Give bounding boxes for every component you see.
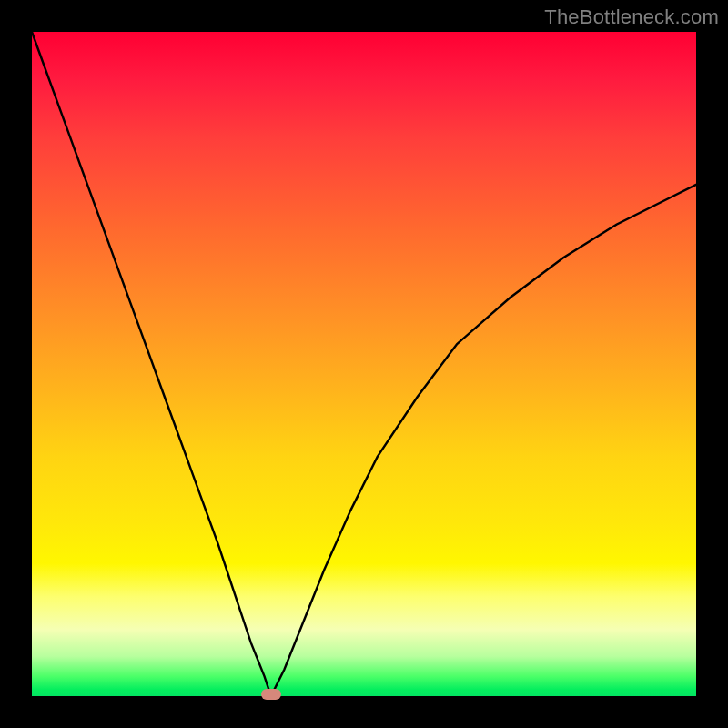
plot-area xyxy=(32,32,696,696)
chart-frame: TheBottleneck.com xyxy=(0,0,728,728)
watermark-text: TheBottleneck.com xyxy=(544,5,719,29)
minimum-marker xyxy=(261,689,281,700)
curve-right-branch xyxy=(271,185,696,696)
curve-left-branch xyxy=(32,32,271,696)
bottleneck-curve xyxy=(32,32,696,696)
